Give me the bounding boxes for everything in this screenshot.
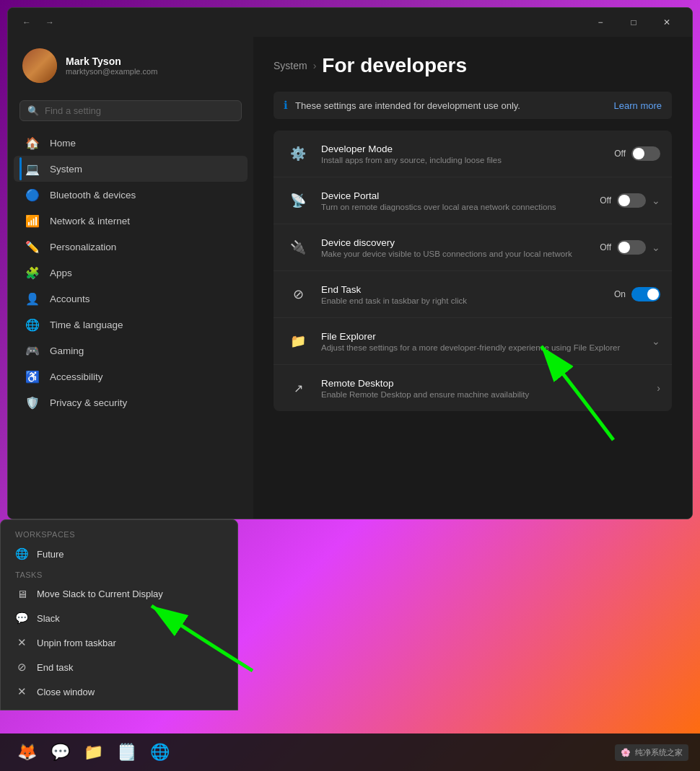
breadcrumb-current: For developers: [322, 54, 467, 77]
maximize-button[interactable]: □: [617, 11, 650, 34]
search-input[interactable]: [45, 105, 234, 116]
context-unpin[interactable]: ✕ Unpin from taskbar: [1, 630, 237, 655]
user-profile[interactable]: Mark Tyson marktyson@example.com: [8, 37, 253, 94]
file-explorer-control: ⌄: [652, 335, 660, 347]
system-icon: 💻: [25, 162, 40, 176]
context-slack[interactable]: 💬 Slack: [1, 606, 237, 630]
network-icon: 📶: [25, 213, 40, 228]
avatar-image: [22, 48, 57, 83]
device-portal-info: Device Portal Turn on remote diagnostics…: [321, 190, 590, 211]
accessibility-icon: ♿: [25, 369, 40, 384]
close-window-icon: ✕: [15, 685, 28, 698]
end-task-info: End Task Enable end task in taskbar by r…: [321, 284, 604, 305]
device-discovery-toggle-label: Off: [600, 242, 611, 252]
close-window-label: Close window: [37, 687, 95, 697]
avatar: [22, 48, 57, 83]
main-content: Mark Tyson marktyson@example.com 🔍 🏠 Hom…: [8, 37, 692, 519]
nav-bluetooth[interactable]: 🔵 Bluetooth & devices: [14, 182, 248, 208]
file-explorer-icon: 📁: [285, 328, 311, 354]
slack-label: Slack: [37, 613, 60, 624]
nav-time[interactable]: 🌐 Time & language: [14, 312, 248, 338]
device-discovery-title: Device discovery: [321, 237, 590, 248]
context-close-window[interactable]: ✕ Close window: [1, 679, 237, 704]
bluetooth-icon: 🔵: [25, 188, 40, 202]
breadcrumb-separator: ›: [313, 60, 317, 71]
setting-row-file-explorer[interactable]: 📁 File Explorer Adjust these settings fo…: [274, 318, 672, 365]
taskbar-skype[interactable]: 💬: [45, 737, 75, 767]
device-portal-control: Off ⌄: [600, 193, 660, 208]
device-discovery-control: Off ⌄: [600, 240, 660, 255]
user-name: Mark Tyson: [66, 56, 239, 67]
end-task-toggle-label: On: [614, 289, 626, 299]
info-icon: ℹ: [284, 99, 288, 112]
info-banner: ℹ These settings are intended for develo…: [274, 92, 672, 119]
nav-home-label: Home: [50, 138, 76, 149]
search-container: 🔍: [8, 94, 253, 130]
title-bar: ← → − □ ✕: [8, 8, 692, 37]
workspaces-label: Workspaces: [1, 526, 237, 542]
slack-icon: 💬: [15, 612, 28, 625]
learn-more-link[interactable]: Learn more: [614, 100, 662, 111]
search-box[interactable]: 🔍: [19, 100, 242, 121]
taskbar-network[interactable]: 🌐: [144, 737, 175, 767]
end-task-toggle[interactable]: [631, 287, 660, 301]
breadcrumb-parent: System: [274, 60, 307, 71]
device-discovery-chevron[interactable]: ⌄: [652, 242, 660, 253]
close-button[interactable]: ✕: [650, 11, 683, 34]
setting-row-remote-desktop[interactable]: ↗ Remote Desktop Enable Remote Desktop a…: [274, 365, 672, 411]
nav-personalization-label: Personalization: [50, 242, 116, 252]
context-end-task[interactable]: ⊘ End task: [1, 655, 237, 679]
nav-apps[interactable]: 🧩 Apps: [14, 260, 248, 286]
device-discovery-toggle[interactable]: [617, 240, 646, 255]
minimize-button[interactable]: −: [584, 11, 617, 34]
taskbar-files[interactable]: 📁: [78, 737, 108, 767]
personalization-icon: ✏️: [25, 239, 40, 254]
taskbar-left: 🦊 💬 📁 🗒️ 🌐: [12, 737, 175, 767]
gaming-icon: 🎮: [25, 343, 40, 358]
title-bar-left: ← →: [17, 12, 60, 32]
remote-desktop-control: ›: [657, 382, 660, 394]
nav-gaming-label: Gaming: [50, 345, 84, 356]
file-explorer-chevron[interactable]: ⌄: [652, 335, 660, 347]
developer-mode-desc: Install apps from any source, including …: [321, 156, 604, 164]
privacy-icon: 🛡️: [25, 395, 40, 410]
nav-time-label: Time & language: [50, 320, 123, 330]
developer-mode-title: Developer Mode: [321, 144, 604, 154]
sidebar: Mark Tyson marktyson@example.com 🔍 🏠 Hom…: [8, 37, 253, 519]
setting-row-device-discovery[interactable]: 🔌 Device discovery Make your device visi…: [274, 224, 672, 271]
context-workspace-future[interactable]: 🌐 Future: [1, 542, 237, 566]
taskbar-store[interactable]: 🗒️: [111, 737, 141, 767]
apps-icon: 🧩: [25, 265, 40, 280]
file-explorer-desc: Adjust these settings for a more develop…: [321, 343, 642, 352]
unpin-label: Unpin from taskbar: [37, 638, 116, 648]
developer-mode-toggle[interactable]: [631, 146, 660, 161]
remote-desktop-chevron[interactable]: ›: [657, 382, 660, 394]
nav-accessibility[interactable]: ♿ Accessibility: [14, 364, 248, 389]
nav-system[interactable]: 💻 System: [14, 156, 248, 182]
nav-accounts-label: Accounts: [50, 294, 90, 304]
search-icon: 🔍: [27, 105, 39, 116]
nav-privacy[interactable]: 🛡️ Privacy & security: [14, 389, 248, 415]
setting-row-device-portal[interactable]: 📡 Device Portal Turn on remote diagnosti…: [274, 177, 672, 224]
time-icon: 🌐: [25, 317, 40, 332]
workspace-name: Future: [37, 549, 64, 560]
title-bar-nav: ← →: [17, 12, 60, 32]
back-button[interactable]: ←: [17, 12, 37, 32]
device-portal-toggle[interactable]: [617, 193, 646, 208]
nav-accounts[interactable]: 👤 Accounts: [14, 286, 248, 312]
nav-personalization[interactable]: ✏️ Personalization: [14, 234, 248, 260]
nav-bluetooth-label: Bluetooth & devices: [50, 190, 136, 201]
nav-network[interactable]: 📶 Network & internet: [14, 208, 248, 234]
nav-home[interactable]: 🏠 Home: [14, 130, 248, 156]
context-move-slack[interactable]: 🖥 Move Slack to Current Display: [1, 582, 237, 606]
developer-mode-toggle-label: Off: [614, 149, 626, 159]
device-discovery-desc: Make your device visible to USB connecti…: [321, 250, 590, 258]
setting-row-end-task[interactable]: ⊘ End Task Enable end task in taskbar by…: [274, 271, 672, 318]
file-explorer-info: File Explorer Adjust these settings for …: [321, 331, 642, 352]
forward-button[interactable]: →: [40, 12, 60, 32]
device-portal-chevron[interactable]: ⌄: [652, 195, 660, 206]
brand-name: 纯净系统之家: [635, 747, 683, 758]
taskbar-firefox[interactable]: 🦊: [12, 737, 42, 767]
nav-gaming[interactable]: 🎮 Gaming: [14, 338, 248, 364]
setting-row-developer-mode[interactable]: ⚙️ Developer Mode Install apps from any …: [274, 131, 672, 177]
